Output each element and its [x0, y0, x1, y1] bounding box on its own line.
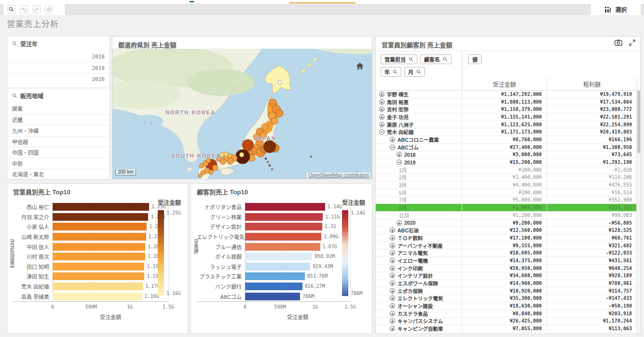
- expand-icon[interactable]: +: [390, 311, 395, 316]
- pivot-row[interactable]: +ＴＯＰ飲料¥17,100,000¥68,761: [376, 234, 637, 242]
- pivot-row[interactable]: +宇野 晴生¥1,147,292,000¥19,479,919: [376, 91, 637, 98]
- bar[interactable]: [245, 283, 302, 290]
- year-filter-value[interactable]: 2018: [7, 51, 110, 62]
- pivot-row[interactable]: −ABCゴム¥27,400,000¥1,308,950: [376, 144, 637, 151]
- collapse-icon[interactable]: −: [379, 129, 384, 135]
- pivot-row[interactable]: +カステラ食品¥8,840,000¥203,918: [376, 310, 637, 318]
- bar[interactable]: [53, 223, 147, 230]
- bar[interactable]: [245, 272, 305, 280]
- bar[interactable]: [245, 293, 300, 300]
- pivot-row[interactable]: +アーバンティ不動産¥9,555,000¥321,682: [376, 242, 637, 250]
- bar[interactable]: [245, 203, 325, 211]
- bar[interactable]: [245, 243, 320, 251]
- region-filter-value[interactable]: 中部: [7, 158, 110, 169]
- expand-icon[interactable]: +: [390, 303, 395, 309]
- pivot-row[interactable]: 2月¥2,400,000¥114,286: [376, 174, 637, 182]
- pivot-row[interactable]: −荒木 由紀雄¥1,171,173,000¥20,419,883: [376, 128, 637, 136]
- region-filter-header[interactable]: 販売地域: [7, 88, 110, 103]
- expand-icon[interactable]: +: [379, 92, 384, 97]
- pivot-row[interactable]: +オーシャン建設¥19,630,000-¥50,198: [376, 302, 637, 310]
- prefecture-sales-bubble[interactable]: [208, 170, 213, 175]
- expand-icon[interactable]: +: [379, 122, 384, 127]
- bar[interactable]: [53, 263, 144, 270]
- prefecture-sales-bubble[interactable]: [227, 153, 232, 158]
- pivot-row[interactable]: +角田 裕恵¥1,080,113,000¥17,534,064: [376, 98, 637, 106]
- pivot-row[interactable]: 7月¥5,000,000¥352,989: [376, 197, 637, 204]
- bar[interactable]: [53, 272, 144, 280]
- osm-link[interactable]: OpenStreetMap contributors: [308, 173, 369, 178]
- scrollbar-thumb[interactable]: [637, 91, 640, 153]
- bar[interactable]: [245, 253, 312, 260]
- bar[interactable]: [53, 283, 143, 290]
- prefecture-sales-bubble[interactable]: [311, 156, 312, 158]
- prefecture-sales-bubble[interactable]: [239, 152, 244, 157]
- gross-profit-header[interactable]: 粗利額: [547, 78, 637, 90]
- pivot-scrollbar[interactable]: [636, 91, 640, 334]
- collapse-icon[interactable]: −: [397, 160, 402, 165]
- expand-icon[interactable]: +: [390, 288, 395, 294]
- dimension-chip[interactable]: 月: [404, 67, 425, 77]
- region-filter-value[interactable]: 中国・四国: [7, 147, 110, 158]
- expand-icon[interactable]: +: [390, 228, 395, 233]
- pivot-row[interactable]: +エスポワール保険¥14,960,000¥780,961: [376, 280, 637, 287]
- region-filter-value[interactable]: 九州・沖縄: [7, 125, 110, 136]
- collapse-icon[interactable]: −: [390, 145, 395, 150]
- pivot-row[interactable]: +イエロー電機¥14,375,000¥431,561: [376, 257, 637, 265]
- pivot-row[interactable]: −2019¥15,200,000¥1,292,190: [376, 159, 637, 166]
- bar[interactable]: [53, 293, 142, 300]
- fullscreen-expand-icon[interactable]: [629, 40, 635, 46]
- expand-icon[interactable]: +: [390, 137, 395, 142]
- prefecture-sales-bubble[interactable]: [272, 169, 273, 170]
- bar[interactable]: [53, 243, 145, 251]
- snapshot-camera-icon[interactable]: [615, 40, 622, 46]
- order-amount-header[interactable]: 受注金額: [462, 78, 547, 90]
- year-filter-value[interactable]: 2019: [7, 62, 110, 73]
- bar[interactable]: [245, 213, 323, 221]
- bar[interactable]: [53, 253, 145, 260]
- year-filter-value[interactable]: 2020: [7, 73, 110, 84]
- bar[interactable]: [53, 213, 148, 221]
- prefecture-sales-bubble[interactable]: [269, 164, 271, 166]
- pivot-row[interactable]: +キャンピング自動車¥7,055,000¥113,063: [376, 325, 637, 333]
- clear-selections-icon[interactable]: [45, 5, 53, 13]
- bar[interactable]: [245, 263, 310, 270]
- region-filter-value[interactable]: 近畿: [7, 114, 110, 125]
- expand-icon[interactable]: +: [397, 152, 402, 157]
- pivot-row[interactable]: +インク印刷¥28,950,000¥640,254: [376, 265, 637, 272]
- selections-tool-button[interactable]: 選択: [591, 4, 641, 15]
- map-home-button[interactable]: [356, 62, 364, 70]
- bar[interactable]: [245, 223, 322, 230]
- bar[interactable]: [53, 233, 146, 241]
- expand-icon[interactable]: +: [397, 220, 402, 226]
- pivot-row[interactable]: +2020¥9,200,000-¥56,885: [376, 219, 637, 227]
- prefecture-sales-bubble[interactable]: [278, 81, 282, 84]
- bar[interactable]: [245, 233, 321, 241]
- pivot-row[interactable]: +栗原 八洲子¥1,123,625,000¥22,254,899: [376, 121, 637, 129]
- prefecture-sales-bubble[interactable]: [212, 165, 218, 171]
- expand-icon[interactable]: +: [390, 296, 395, 301]
- prefecture-sales-bubble[interactable]: [267, 162, 269, 163]
- pivot-row[interactable]: +アニマル電気¥10,695,000-¥122,033: [376, 249, 637, 257]
- expand-icon[interactable]: +: [390, 258, 395, 263]
- expand-icon[interactable]: +: [390, 281, 395, 286]
- expand-icon[interactable]: +: [379, 99, 384, 105]
- expand-icon[interactable]: +: [390, 266, 395, 271]
- expand-icon[interactable]: +: [390, 250, 395, 256]
- expand-icon[interactable]: +: [390, 318, 395, 324]
- prefecture-sales-bubble[interactable]: [199, 163, 204, 168]
- region-filter-value[interactable]: 甲信越: [7, 136, 110, 147]
- pivot-row[interactable]: 1月¥200,000-¥2,020: [376, 166, 637, 174]
- prefecture-sales-bubble[interactable]: [275, 109, 283, 117]
- bar[interactable]: [53, 203, 149, 211]
- region-filter-value[interactable]: 関東: [7, 103, 110, 114]
- prefecture-sales-bubble[interactable]: [263, 140, 276, 153]
- region-filter-value[interactable]: 北海道・東北: [7, 169, 110, 179]
- pivot-row[interactable]: +2018¥3,000,000¥73,645: [376, 151, 637, 159]
- dimension-chip[interactable]: 顧客名: [420, 54, 452, 64]
- dimension-chip[interactable]: 営業担当: [381, 54, 417, 64]
- pivot-row[interactable]: +金子 功児¥1,155,141,000¥22,501,291: [376, 113, 637, 121]
- prefecture-sales-bubble[interactable]: [265, 158, 267, 160]
- pivot-row[interactable]: +インテリア設計¥34,680,000¥928,189: [376, 272, 637, 280]
- pivot-row[interactable]: +エレクトリック電気¥35,300,000-¥147,433: [376, 295, 637, 303]
- pivot-row[interactable]: +キャンパスシステム¥26,425,000¥1,178,264: [376, 318, 637, 325]
